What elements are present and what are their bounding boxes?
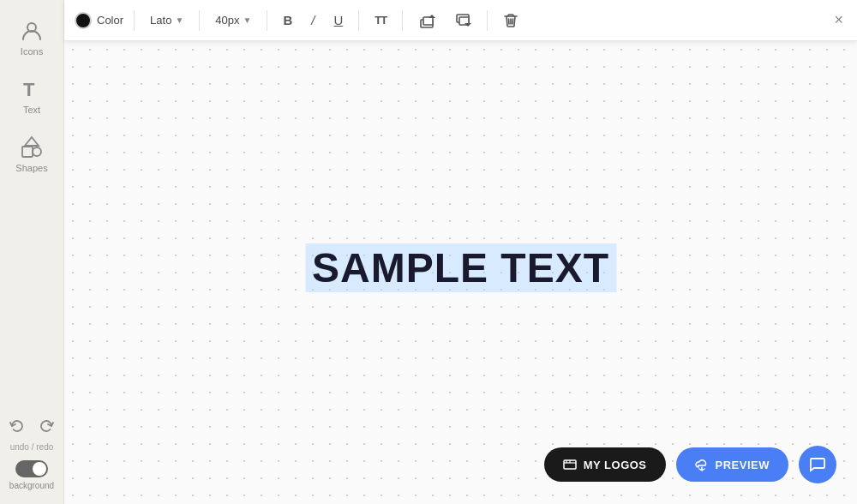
sidebar-item-icons-label: Icons	[21, 46, 43, 57]
canvas[interactable]: SAMPLE TEXT	[64, 41, 857, 504]
font-size-value: 40px	[215, 14, 239, 27]
layer-up-icon	[418, 12, 435, 29]
sample-text-element[interactable]: SAMPLE TEXT	[305, 244, 616, 291]
divider-3	[267, 10, 267, 31]
bottom-bar: MY LOGOS PREVIEW	[544, 446, 836, 483]
background-toggle[interactable]	[15, 460, 48, 477]
color-picker-button[interactable]: Color	[75, 12, 123, 29]
svg-text:T: T	[23, 79, 35, 100]
divider-6	[487, 10, 488, 31]
shapes-icon	[20, 135, 44, 159]
divider-2	[199, 10, 200, 31]
delete-button[interactable]	[498, 9, 524, 32]
redo-button[interactable]	[35, 415, 57, 437]
layer-up-button[interactable]	[413, 9, 440, 33]
divider-5	[402, 10, 403, 31]
chat-icon	[808, 455, 827, 474]
background-toggle-label: background	[9, 481, 54, 490]
preview-button[interactable]: PREVIEW	[676, 447, 788, 482]
color-label: Color	[97, 14, 123, 27]
underline-button[interactable]: U	[328, 9, 348, 31]
sidebar-item-shapes-label: Shapes	[15, 163, 47, 173]
divider-1	[134, 10, 135, 31]
italic-button[interactable]: /	[306, 9, 320, 31]
svg-rect-2	[22, 147, 33, 157]
my-logos-button[interactable]: MY LOGOS	[544, 447, 666, 482]
sidebar-item-shapes[interactable]: Shapes	[0, 125, 63, 183]
text-toolbar: Color Lato ▼ 40px ▼ B / U TT	[64, 0, 857, 41]
font-size-select[interactable]: 40px ▼	[210, 10, 256, 30]
sidebar-item-text-label: Text	[23, 105, 40, 115]
undo-button[interactable]	[6, 415, 28, 437]
bold-button[interactable]: B	[278, 9, 297, 31]
icons-icon	[20, 19, 44, 43]
font-chevron-icon: ▼	[175, 15, 183, 25]
trash-icon	[503, 13, 518, 28]
undo-redo-controls	[6, 415, 57, 437]
sidebar: Icons T Text Shapes	[0, 0, 64, 504]
toggle-knob	[33, 462, 46, 476]
svg-line-11	[512, 19, 513, 24]
logos-icon	[563, 458, 577, 471]
sidebar-item-text[interactable]: T Text	[0, 67, 63, 125]
text-icon: T	[20, 77, 44, 101]
undo-redo-label: undo / redo	[10, 442, 54, 452]
sidebar-bottom: undo / redo background	[0, 415, 63, 504]
font-name-label: Lato	[150, 14, 171, 27]
cloud-icon	[695, 458, 709, 471]
sidebar-item-icons[interactable]: Icons	[0, 9, 63, 67]
svg-line-10	[509, 19, 510, 24]
color-swatch	[75, 12, 92, 29]
svg-marker-4	[25, 137, 39, 146]
sample-text[interactable]: SAMPLE TEXT	[305, 243, 616, 292]
chat-button[interactable]	[799, 446, 836, 483]
font-family-select[interactable]: Lato ▼	[145, 10, 189, 30]
layer-down-button[interactable]	[449, 9, 476, 33]
text-transform-button[interactable]: TT	[369, 10, 392, 30]
size-chevron-icon: ▼	[243, 15, 252, 25]
background-toggle-row: background	[9, 460, 54, 490]
main-area: Color Lato ▼ 40px ▼ B / U TT	[64, 0, 857, 504]
svg-point-3	[33, 147, 41, 156]
svg-rect-6	[423, 17, 433, 25]
close-toolbar-button[interactable]: ×	[830, 8, 847, 33]
divider-4	[358, 10, 359, 31]
layer-down-icon	[454, 12, 471, 29]
